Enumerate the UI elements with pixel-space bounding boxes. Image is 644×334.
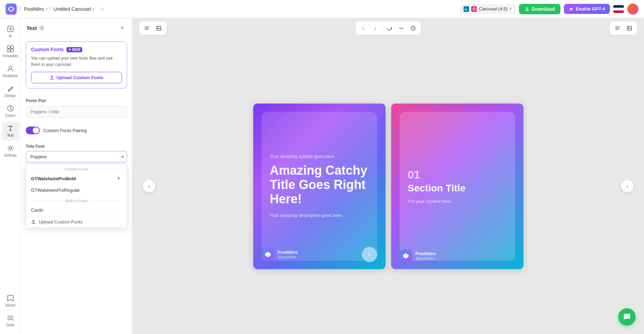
main-layout: AI Templates Headshot Design xyxy=(0,18,644,334)
carousel-badge[interactable]: in Carousel (4:5) ▾ xyxy=(460,5,515,14)
fonts-pair-label: Fonts Pair xyxy=(26,98,127,103)
slide-2[interactable]: 01 Section Title Put your content here. xyxy=(391,104,523,269)
slide-1-subtitle: Your amazing subtitle goes here xyxy=(270,154,369,159)
font-option-cardo[interactable]: Cardo xyxy=(26,204,127,216)
sidebar-item-colors[interactable]: Colors xyxy=(2,102,19,120)
title-font-label: Title Font xyxy=(26,144,127,149)
sidebar-item-text[interactable]: Text xyxy=(2,122,19,140)
svg-point-12 xyxy=(9,66,12,69)
panel-close-button[interactable]: × xyxy=(118,24,126,32)
slide-1-description: Your amazing description goes here. xyxy=(270,212,369,219)
brand-logo-1 xyxy=(262,248,274,261)
sidebar-item-order[interactable]: Order xyxy=(2,311,19,330)
custom-fonts-pairing-toggle[interactable] xyxy=(26,127,40,134)
svg-rect-8 xyxy=(7,46,10,48)
toolbar-left xyxy=(139,22,166,35)
panel-header: Text i × xyxy=(21,18,132,37)
icon-sidebar: AI Templates Headshot Design xyxy=(0,18,21,334)
svg-rect-11 xyxy=(11,49,14,52)
gpt4-icon xyxy=(569,7,574,12)
slide-1-footer: PostNitro @postnitro › xyxy=(262,247,377,262)
font-dropdown: Custom Fonts GTWalsheimProBold GTWalshei… xyxy=(26,164,127,228)
fonts-pair-input[interactable] xyxy=(26,106,127,117)
slide-2-section-title: Section Title xyxy=(408,183,507,194)
dropdown-upload-fonts[interactable]: Upload Custom Fonts xyxy=(26,216,127,228)
brand-logo-2 xyxy=(399,250,412,262)
next-slide-arrow[interactable]: › xyxy=(621,180,634,192)
slide-2-footer: PostNitro @postnitro xyxy=(399,250,515,262)
svg-marker-23 xyxy=(265,252,271,257)
svg-rect-21 xyxy=(627,26,631,30)
toolbar-list-btn-right[interactable] xyxy=(613,23,622,33)
sidebar-item-saved[interactable]: Saved xyxy=(2,291,19,310)
title-font-input[interactable] xyxy=(26,151,127,162)
custom-fonts-pairing-section: Custom Fonts Pairing xyxy=(21,122,132,139)
info-icon[interactable]: i xyxy=(39,25,45,31)
svg-point-6 xyxy=(475,7,475,8)
brand-text-1: PostNitro @postnitro xyxy=(278,250,298,259)
text-icon xyxy=(7,124,14,132)
slide-2-inner: 01 Section Title Put your content here. xyxy=(391,104,523,269)
toolbar-image-btn-right[interactable] xyxy=(624,23,634,33)
slide-1-title: Amazing Catchy Title Goes Right Here! xyxy=(270,163,369,206)
svg-point-19 xyxy=(402,28,403,29)
headshot-icon xyxy=(7,65,14,73)
brand-icon-2 xyxy=(402,252,409,259)
star-icon[interactable]: ☆ xyxy=(99,5,105,13)
settings-icon xyxy=(7,144,14,152)
toolbar-image-btn-left[interactable] xyxy=(154,23,164,33)
cf-title: Custom Fonts xyxy=(31,47,64,52)
dots-btn[interactable] xyxy=(396,23,406,33)
toolbar-right xyxy=(610,22,637,35)
templates-icon xyxy=(7,45,14,53)
prev-slide-btn[interactable]: ‹ xyxy=(358,23,368,33)
enable-gpt4-button[interactable]: Enable GPT-4 xyxy=(564,4,610,14)
svg-point-22 xyxy=(628,27,629,28)
image-icon-2 xyxy=(627,25,632,31)
toolbar-sep-1 xyxy=(382,25,382,32)
list-icon xyxy=(144,25,150,31)
sidebar-item-headshot[interactable]: Headshot xyxy=(2,62,19,81)
list-icon-2 xyxy=(615,25,620,31)
next-slide-btn[interactable]: › xyxy=(370,23,380,33)
svg-point-16 xyxy=(157,27,158,28)
slide-1-nav-btn[interactable]: › xyxy=(362,247,377,262)
slide-1[interactable]: Your amazing subtitle goes here Amazing … xyxy=(253,104,386,269)
toolbar-list-btn[interactable] xyxy=(142,23,152,33)
clock-btn[interactable] xyxy=(408,23,418,33)
cf-new-badge: NEW xyxy=(67,47,82,52)
svg-rect-9 xyxy=(11,46,14,48)
chat-bubble[interactable] xyxy=(618,308,636,326)
avatar[interactable] xyxy=(627,3,638,15)
order-icon xyxy=(7,314,14,322)
sidebar-item-templates[interactable]: Templates xyxy=(2,42,19,61)
breadcrumb-project[interactable]: Untitled Carousel ▾ xyxy=(54,6,94,12)
canvas-area: ‹ › xyxy=(132,18,644,334)
breadcrumb-app[interactable]: PostNitro ▾ xyxy=(24,6,48,12)
toggle-label: Custom Fonts Pairing xyxy=(43,128,87,133)
font-option-gtwalsheim-regular[interactable]: GTWalsheimProRegular xyxy=(26,184,127,196)
panel-title: Text i xyxy=(26,25,45,31)
download-button[interactable]: Download xyxy=(519,4,560,14)
sep-1: / xyxy=(20,5,21,13)
slide-1-inner: Your amazing subtitle goes here Amazing … xyxy=(253,104,386,269)
toggle-row: Custom Fonts Pairing xyxy=(26,127,127,134)
sidebar-item-settings[interactable]: Settings xyxy=(2,142,19,160)
font-option-gtwalsheim-bold[interactable]: GTWalsheimProBold xyxy=(26,173,127,184)
refresh-btn[interactable] xyxy=(385,23,394,33)
saved-icon xyxy=(7,294,14,302)
font-select-container: ▾ Custom Fonts GTWalsheimProBold GTWalsh… xyxy=(26,151,127,162)
colors-icon xyxy=(7,105,14,112)
upload-fonts-button[interactable]: Upload Custom Fonts xyxy=(31,72,122,83)
dots-icon xyxy=(398,25,404,31)
language-flag[interactable] xyxy=(613,5,624,13)
sidebar-item-design[interactable]: Design xyxy=(2,82,19,100)
prev-slide-arrow[interactable]: ‹ xyxy=(143,180,155,192)
slide-2-brand: PostNitro @postnitro xyxy=(399,250,436,262)
sidebar-item-ai[interactable]: AI xyxy=(2,22,19,41)
cursor-icon xyxy=(116,176,122,181)
slides-container: ‹ Your amazing subtitle goes here Amazin… xyxy=(132,38,644,334)
refresh-icon xyxy=(387,25,392,31)
slide-2-section-num: 01 xyxy=(408,168,507,181)
app-logo[interactable] xyxy=(6,3,17,15)
